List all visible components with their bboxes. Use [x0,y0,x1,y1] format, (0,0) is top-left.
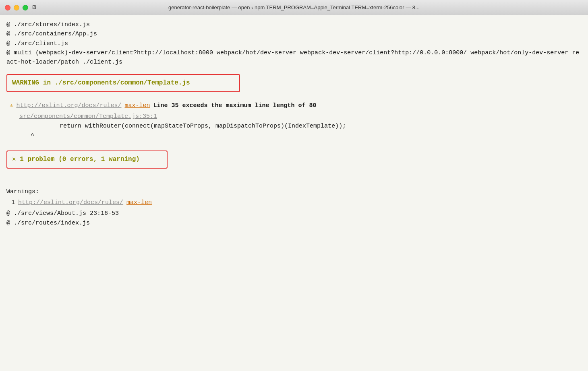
line-client: @ ./src/client.js [6,39,582,48]
warning-text: WARNING in ./src/components/common/Templ… [12,79,190,87]
line-containers: @ ./src/containers/App.js [6,29,582,39]
maximize-button[interactable] [23,5,28,10]
traffic-lights [5,5,28,10]
minimize-button[interactable] [14,5,19,10]
title-bar-text: generator-react-boilerplate — open ‹ npm… [168,4,420,10]
caret-line: ^ [6,131,582,140]
file-link[interactable]: src/components/common/Template.js:35:1 [6,113,157,120]
spacer-5 [6,173,582,176]
eslint-line: ⚠ http://eslint.org/docs/rules/max-len L… [6,101,582,110]
warning-num: 1 [10,198,15,207]
problem-text: ✕ 1 problem (0 errors, 1 warning) [12,156,140,163]
file-link-container: src/components/common/Template.js:35:1 [6,112,582,121]
eslint-url-maxlen[interactable]: max-len [124,101,150,110]
line-multi: @ multi (webpack)-dev-server/client?http… [6,48,582,67]
warning-box: WARNING in ./src/components/common/Templ… [6,74,240,92]
bottom-line-routes: @ ./src/routes/index.js [6,218,582,228]
title-bar: 🖥 generator-react-boilerplate — open ‹ n… [0,0,588,15]
close-button[interactable] [5,5,10,10]
warnings-label: Warnings: [6,187,582,196]
spacer-3 [6,140,582,143]
spacer-4 [6,143,582,146]
terminal-icon: 🖥 [31,4,37,11]
warnings-url-maxlen[interactable]: max-len [126,198,152,207]
eslint-url-base[interactable]: http://eslint.org/docs/rules/ [16,101,121,110]
problem-box: ✕ 1 problem (0 errors, 1 warning) [6,150,168,169]
warnings-url-base[interactable]: http://eslint.org/docs/rules/ [18,198,123,207]
code-line: return withRouter(connect(mapStateToProp… [6,122,582,131]
eslint-message: Line 35 exceeds the maximum line length … [153,101,317,110]
warnings-section: Warnings: 1 http://eslint.org/docs/rules… [6,187,582,228]
warning-triangle-icon: ⚠ [10,101,13,110]
warnings-eslint-line: 1 http://eslint.org/docs/rules/max-len [6,198,582,207]
terminal-body: @ ./src/stores/index.js @ ./src/containe… [0,15,588,233]
spacer-2 [6,96,582,99]
line-stores: @ ./src/stores/index.js [6,20,582,29]
bottom-line-about: @ ./src/views/About.js 23:16-53 [6,209,582,218]
spacer-6 [6,176,582,179]
spacer-1 [6,67,582,70]
